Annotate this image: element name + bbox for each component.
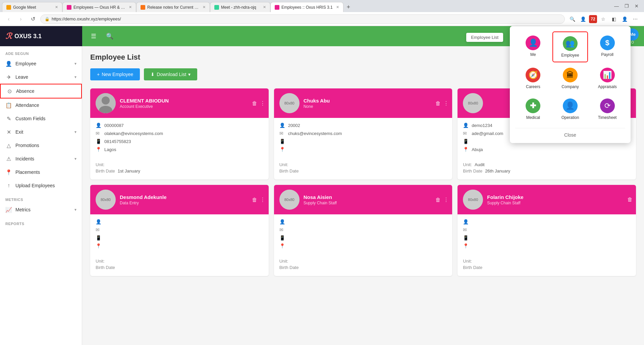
- app-logo: ℛ OXUS 3.1: [5, 31, 42, 41]
- sidebar-item-promotions[interactable]: △ Promotions: [0, 139, 82, 152]
- menu-tool-button[interactable]: ⋯: [631, 14, 640, 24]
- id-icon: 👤: [96, 219, 102, 224]
- new-tab-button[interactable]: +: [343, 2, 354, 12]
- birthdate-label: Birth Date: [96, 168, 115, 174]
- sidebar-item-upload-employees-label: Upload Employees: [15, 183, 76, 188]
- company-icon: 🏛: [563, 68, 578, 82]
- card-info-row: ✉ chuks@evincesystems.com: [279, 131, 447, 136]
- card-header: 80x80 Folarin Chijoke Supply Chain Staff…: [458, 185, 636, 214]
- sidebar-item-exit[interactable]: ✕ Exit ▾: [0, 125, 82, 139]
- sidebar-item-employee[interactable]: 👤 Employee ▾: [0, 57, 82, 70]
- tab-title: Employees :: Oxus HRIS 3.1: [281, 5, 333, 10]
- profile-tool-button[interactable]: 👤: [578, 14, 588, 24]
- browser-tab-meet[interactable]: Meet - zhh-ndra-ojq ✕: [210, 2, 270, 12]
- card-info-row: 📱: [96, 235, 263, 240]
- card-header: CLEMENT ABIODUN Account Executive 🗑 ⋮: [90, 88, 269, 118]
- special-tool-button[interactable]: 72: [589, 15, 597, 23]
- app-switcher-item-medical[interactable]: ✚ Medical: [515, 94, 551, 124]
- card-footer-birthdate: Birth Date 1st January: [96, 168, 263, 174]
- sidebar-item-upload-employees[interactable]: ↑ Upload Employees: [0, 179, 82, 192]
- app-switcher-item-operation[interactable]: 👤 Operation: [552, 94, 588, 124]
- sidebar-item-placements[interactable]: 📍 Placements: [0, 165, 82, 179]
- tab-close-icon[interactable]: ✕: [203, 5, 206, 9]
- forward-button[interactable]: ›: [16, 14, 25, 24]
- search-tool-button[interactable]: 🔍: [568, 14, 577, 24]
- sidebar-item-exit-label: Exit: [15, 129, 71, 135]
- tab-close-icon[interactable]: ✕: [336, 5, 339, 9]
- browser-tab-employees-oxus[interactable]: Employees — Oxus HR & Payro… ✕: [62, 2, 136, 12]
- more-options-button[interactable]: ⋮: [443, 197, 449, 203]
- upload-icon: ↑: [5, 182, 12, 189]
- employee-card[interactable]: CLEMENT ABIODUN Account Executive 🗑 ⋮ 👤 …: [90, 88, 269, 180]
- search-button[interactable]: 🔍: [104, 30, 116, 42]
- employee-card[interactable]: 80x80 Desmond Adekunle Data Entry 🗑 ⋮ 👤: [90, 185, 269, 276]
- app-switcher-item-company[interactable]: 🏛 Company: [552, 64, 588, 93]
- employee-card[interactable]: 80x80 Chuks Abu None 🗑 ⋮ 👤: [274, 88, 452, 180]
- email-icon: ✉: [463, 131, 469, 136]
- more-options-button[interactable]: ⋮: [260, 197, 265, 203]
- browser-close-button[interactable]: ✕: [632, 1, 641, 11]
- extension-tool-button[interactable]: ◧: [609, 14, 619, 24]
- new-employee-button[interactable]: + New Employee: [90, 68, 140, 80]
- browser-minimize-button[interactable]: —: [612, 1, 621, 11]
- tab-close-icon[interactable]: ✕: [129, 5, 132, 9]
- browser-tab-release-notes[interactable]: Release notes for Current Chan… ✕: [136, 2, 210, 12]
- more-options-button[interactable]: ⋮: [260, 100, 265, 107]
- sidebar-item-custom-fields[interactable]: ✎ Custom Fields: [0, 112, 82, 125]
- employee-card[interactable]: 80x80 Nosa Aisien Supply Chain Staff 🗑 ⋮…: [274, 185, 452, 276]
- card-info-row: 📱: [279, 139, 447, 144]
- card-footer-birthdate: Birth Date: [279, 168, 447, 174]
- more-options-button[interactable]: ⋮: [443, 100, 449, 107]
- star-tool-button[interactable]: ☆: [598, 14, 608, 24]
- refresh-button[interactable]: ↺: [28, 14, 38, 24]
- app-switcher-item-timesheet[interactable]: ⟳ Timesheet: [589, 94, 625, 124]
- tab-close-icon[interactable]: ✕: [263, 5, 266, 9]
- delete-button[interactable]: 🗑: [252, 197, 257, 203]
- app-switcher-item-me[interactable]: 👤 Me: [515, 31, 551, 62]
- tab-close-icon[interactable]: ✕: [55, 5, 58, 9]
- card-info: Nosa Aisien Supply Chain Staff: [304, 194, 337, 205]
- delete-button[interactable]: 🗑: [435, 100, 441, 106]
- sidebar-item-metrics[interactable]: 📈 Metrics ▾: [0, 203, 82, 216]
- url-text: https://demo.oxushr.xyz/employees/: [52, 16, 121, 21]
- delete-button[interactable]: 🗑: [252, 100, 257, 106]
- sidebar-item-incidents[interactable]: ⚠ Incidents ▾: [0, 152, 82, 165]
- download-list-button[interactable]: ⬇ Download List ▾: [144, 68, 197, 80]
- employee-email: olalekan@evincesystems.com: [104, 131, 163, 136]
- unit-label: Unit:: [463, 162, 472, 167]
- sidebar-item-leave[interactable]: ✈ Leave ▾: [0, 70, 82, 84]
- browser-tab-googlemeet[interactable]: Google Meet ✕: [2, 2, 62, 12]
- employee-label: Employee: [561, 53, 579, 58]
- email-icon: ✉: [279, 131, 285, 136]
- back-button[interactable]: ‹: [4, 14, 13, 24]
- avatar-tool-button[interactable]: 👤: [620, 14, 629, 24]
- card-info-row: 📍 Lagos: [96, 147, 263, 152]
- app-switcher-item-careers[interactable]: 🧭 Careers: [515, 64, 551, 93]
- download-list-label: Download List: [157, 72, 186, 77]
- navbar-logo-section: ℛ OXUS 3.1: [0, 26, 82, 46]
- employee-card[interactable]: 80x80 Folarin Chijoke Supply Chain Staff…: [458, 185, 636, 276]
- unit-label: Unit:: [279, 259, 288, 264]
- sidebar-item-absence-label: Absence: [16, 88, 76, 94]
- medical-icon: ✚: [526, 98, 540, 113]
- browser-tab-oxus-hris[interactable]: Employees :: Oxus HRIS 3.1 ✕: [270, 2, 343, 12]
- url-bar[interactable]: 🔒 https://demo.oxushr.xyz/employees/: [40, 14, 565, 24]
- app-switcher-item-employee[interactable]: 👥 Employee: [552, 31, 588, 62]
- birthdate-label: Birth Date: [279, 168, 299, 174]
- sidebar-item-absence[interactable]: ⊙ Absence: [0, 84, 82, 98]
- browser-restore-button[interactable]: ❐: [622, 1, 631, 11]
- sidebar-item-attendance[interactable]: 📋 Attendance: [0, 98, 82, 112]
- close-button[interactable]: Close: [564, 132, 576, 138]
- card-role: Data Entry: [120, 201, 166, 205]
- card-info-row: 📍: [279, 147, 447, 152]
- app-switcher-item-appraisals[interactable]: 📊 Appraisals: [589, 64, 625, 93]
- medical-label: Medical: [526, 115, 540, 120]
- chevron-down-icon: ▾: [74, 61, 76, 66]
- card-footer-unit: Unit: Audit: [463, 162, 631, 167]
- app-switcher-item-payroll[interactable]: $ Payroll: [589, 31, 625, 62]
- delete-button[interactable]: 🗑: [627, 197, 633, 203]
- sidebar: ADE SEGUN 👤 Employee ▾ ✈ Leave ▾ ⊙ Absen…: [0, 46, 82, 345]
- delete-button[interactable]: 🗑: [435, 197, 441, 203]
- tab-title: Release notes for Current Chan…: [147, 5, 199, 10]
- hamburger-menu-button[interactable]: ☰: [88, 30, 100, 42]
